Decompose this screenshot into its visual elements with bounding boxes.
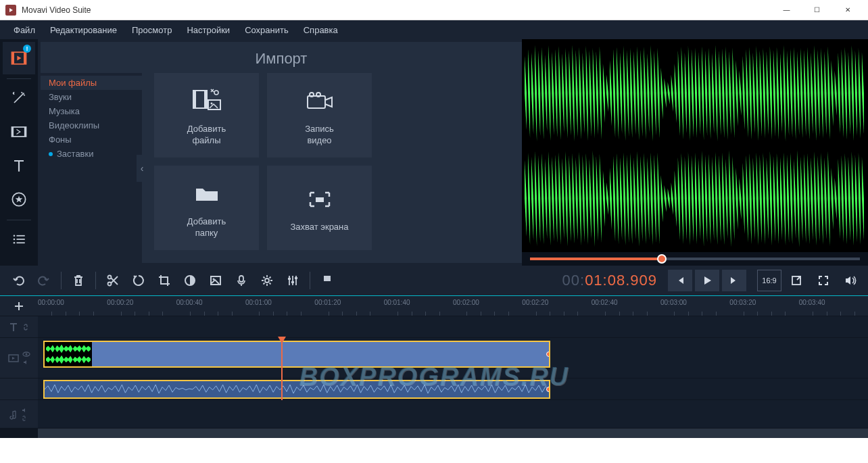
more-tab[interactable] bbox=[3, 223, 35, 255]
svg-rect-12 bbox=[17, 239, 25, 240]
clip-handle-right[interactable] bbox=[546, 387, 550, 392]
ruler-tick: 00:01:00 bbox=[245, 299, 272, 306]
sidebar-item-backgrounds[interactable]: Фоны bbox=[41, 132, 142, 147]
sidebar-item-videoclips[interactable]: Видеоклипы bbox=[41, 118, 142, 132]
add-folder-tile[interactable]: Добавить папку bbox=[154, 166, 259, 250]
timeline-scrollbar[interactable] bbox=[0, 429, 868, 438]
filters-tab[interactable] bbox=[3, 82, 35, 114]
menu-help[interactable]: Справка bbox=[297, 22, 345, 38]
menu-edit[interactable]: Редактирование bbox=[43, 22, 124, 38]
fullscreen-icon bbox=[817, 274, 829, 287]
waveform-preview[interactable] bbox=[522, 39, 868, 252]
delete-button[interactable] bbox=[66, 268, 91, 293]
import-tab[interactable]: ! bbox=[3, 42, 35, 74]
popout-icon bbox=[790, 274, 802, 287]
collapse-sidebar-button[interactable]: ‹ bbox=[137, 155, 147, 182]
aspect-ratio-button[interactable]: 16:9 bbox=[757, 270, 781, 291]
sticker-icon bbox=[9, 190, 28, 209]
menu-file[interactable]: Файл bbox=[7, 22, 42, 38]
eye-icon bbox=[22, 351, 30, 358]
text-track-icon bbox=[8, 322, 19, 333]
redo-button[interactable] bbox=[31, 268, 57, 293]
svg-rect-20 bbox=[308, 96, 325, 108]
record-video-tile[interactable]: Запись видео bbox=[267, 73, 372, 157]
gear-icon bbox=[260, 274, 274, 287]
svg-rect-17 bbox=[204, 91, 207, 108]
svg-point-13 bbox=[14, 242, 16, 244]
menu-save[interactable]: Сохранить bbox=[238, 22, 295, 38]
sidebar-item-sounds[interactable]: Звуки bbox=[41, 90, 142, 104]
clip-properties-button[interactable] bbox=[203, 268, 228, 293]
screen-capture-tile[interactable]: Захват экрана bbox=[267, 166, 372, 250]
seek-bar[interactable] bbox=[522, 252, 868, 266]
skip-prev-icon bbox=[675, 275, 685, 286]
flag-icon bbox=[321, 274, 333, 287]
add-files-tile[interactable]: Добавить файлы bbox=[154, 73, 259, 157]
video-track[interactable] bbox=[38, 338, 868, 378]
popout-button[interactable] bbox=[784, 270, 809, 291]
menubar: Файл Редактирование Просмотр Настройки С… bbox=[0, 20, 868, 39]
volume-icon bbox=[844, 274, 857, 287]
svg-rect-10 bbox=[17, 235, 25, 237]
svg-point-3 bbox=[23, 93, 24, 94]
transitions-tab[interactable] bbox=[3, 116, 35, 148]
record-audio-button[interactable] bbox=[228, 268, 254, 293]
titles-tab[interactable] bbox=[3, 149, 35, 182]
timecode-prefix: 00: bbox=[562, 272, 585, 289]
svg-rect-6 bbox=[12, 127, 14, 137]
new-dot-icon bbox=[49, 152, 53, 156]
titlebar: Movavi Video Suite — ☐ ✕ bbox=[0, 0, 868, 20]
sidebar-item-music[interactable]: Музыка bbox=[41, 104, 142, 118]
svg-rect-2 bbox=[24, 52, 26, 64]
volume-button[interactable] bbox=[838, 270, 863, 291]
color-adjust-button[interactable] bbox=[177, 268, 203, 293]
image-icon bbox=[209, 274, 222, 287]
music-note-icon bbox=[9, 409, 18, 420]
equalizer-button[interactable] bbox=[280, 268, 306, 293]
video-clip[interactable] bbox=[43, 341, 550, 368]
linked-audio-track[interactable] bbox=[38, 379, 868, 399]
music-track-head[interactable] bbox=[0, 400, 38, 428]
undo-button[interactable] bbox=[5, 268, 31, 293]
link-icon bbox=[21, 415, 29, 422]
menu-view[interactable]: Просмотр bbox=[125, 22, 178, 38]
menu-settings[interactable]: Настройки bbox=[180, 22, 237, 38]
timeline-ruler[interactable]: 00:00:0000:00:2000:00:4000:01:0000:01:20… bbox=[38, 296, 868, 316]
folder-icon bbox=[193, 177, 220, 211]
seek-thumb[interactable] bbox=[657, 254, 667, 264]
add-track-button[interactable] bbox=[0, 296, 38, 316]
camera-icon bbox=[305, 84, 335, 118]
rotate-button[interactable] bbox=[126, 268, 151, 293]
ruler-tick: 00:03:20 bbox=[729, 299, 756, 306]
playhead[interactable] bbox=[281, 338, 283, 400]
minimize-button[interactable]: — bbox=[771, 0, 802, 20]
audio-clip[interactable] bbox=[43, 380, 550, 399]
next-button[interactable] bbox=[722, 270, 746, 291]
speaker-icon bbox=[21, 407, 29, 414]
svg-point-22 bbox=[316, 93, 320, 97]
ruler-tick: 00:00:20 bbox=[107, 299, 133, 306]
video-track-head[interactable] bbox=[0, 338, 38, 378]
split-button[interactable] bbox=[100, 268, 126, 293]
fullscreen-button[interactable] bbox=[811, 270, 836, 291]
left-toolbar: ! bbox=[0, 39, 38, 266]
svg-point-19 bbox=[210, 102, 212, 104]
maximize-button[interactable]: ☐ bbox=[802, 0, 832, 20]
sidebar-item-intros[interactable]: Заставки bbox=[41, 147, 142, 161]
svg-rect-14 bbox=[17, 242, 25, 243]
play-button[interactable] bbox=[695, 270, 719, 291]
crop-button[interactable] bbox=[151, 268, 177, 293]
music-track[interactable] bbox=[38, 400, 868, 428]
clip-settings-button[interactable] bbox=[254, 268, 280, 293]
prev-button[interactable] bbox=[668, 270, 692, 291]
stickers-tab[interactable] bbox=[3, 183, 35, 216]
marker-button[interactable] bbox=[314, 268, 340, 293]
clip-handle-right[interactable] bbox=[546, 351, 550, 357]
record-video-label: Запись видео bbox=[305, 124, 334, 147]
title-track[interactable] bbox=[38, 316, 868, 337]
sidebar-item-myfiles[interactable]: Мои файлы bbox=[41, 76, 142, 90]
close-button[interactable]: ✕ bbox=[832, 0, 863, 20]
notification-badge: ! bbox=[23, 45, 31, 53]
title-track-head[interactable] bbox=[0, 316, 38, 337]
window-controls: — ☐ ✕ bbox=[771, 0, 863, 20]
